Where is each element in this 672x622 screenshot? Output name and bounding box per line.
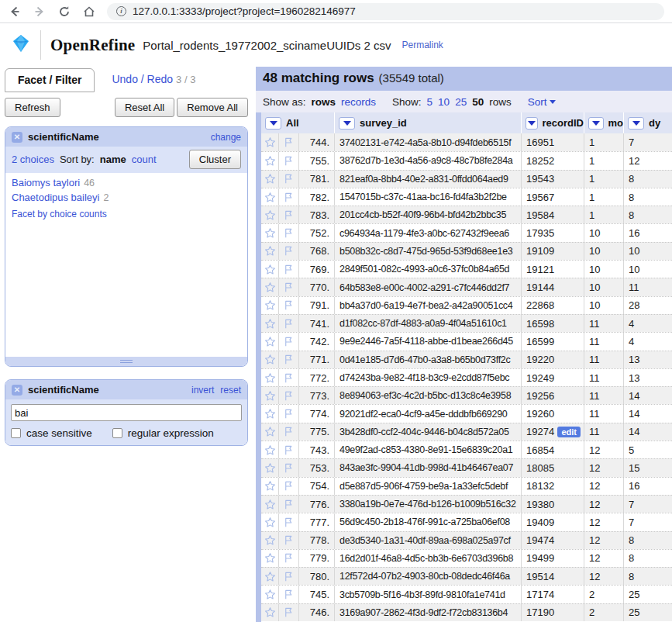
cell-dy[interactable]: 4 xyxy=(624,333,672,350)
facet-by-choice-counts-link[interactable]: Facet by choice counts xyxy=(12,209,107,219)
sort-name-option[interactable]: name xyxy=(100,154,126,165)
cell-survey-id[interactable]: de3d5340-1a31-40df-89aa-698a025a97cf xyxy=(335,532,522,549)
cell-survey-id[interactable]: 38762d7b-1e3d-4a56-a9c8-48c7b8fe284a xyxy=(335,152,522,169)
close-icon[interactable]: ✕ xyxy=(12,385,22,396)
cell-survey-id[interactable]: 1547015b-c37c-41aa-bc16-fd4fa3b2f2be xyxy=(335,188,522,206)
choice-link[interactable]: Chaetodipus baileyi xyxy=(12,192,99,203)
cell-recordid[interactable]: 19260 xyxy=(522,405,584,422)
cell-mo[interactable]: 12 xyxy=(584,550,624,567)
star-icon[interactable] xyxy=(261,152,279,169)
cell-mo[interactable]: 11 xyxy=(584,351,624,368)
cell-dy[interactable]: 28 xyxy=(624,297,672,314)
flag-icon[interactable] xyxy=(279,423,299,441)
cell-survey-id[interactable]: 3cb5709b-5f16-4b3f-89fd-9810fa1e741d xyxy=(335,586,522,603)
star-icon[interactable] xyxy=(261,387,279,404)
flag-icon[interactable] xyxy=(279,297,299,314)
cell-recordid[interactable]: 19121 xyxy=(522,261,584,278)
cell-mo[interactable]: 10 xyxy=(584,297,624,314)
cell-mo[interactable]: 10 xyxy=(584,243,624,260)
back-icon[interactable] xyxy=(8,5,22,19)
choices-count-link[interactable]: 2 choices xyxy=(12,154,54,165)
column-menu-icon[interactable] xyxy=(265,117,281,130)
cell-recordid[interactable]: 16951 xyxy=(522,133,584,151)
flag-icon[interactable] xyxy=(279,206,299,223)
star-icon[interactable] xyxy=(261,441,279,458)
star-icon[interactable] xyxy=(261,405,279,422)
flag-icon[interactable] xyxy=(279,333,299,350)
cell-dy[interactable]: 10 xyxy=(624,243,672,260)
star-icon[interactable] xyxy=(261,496,279,513)
cell-recordid[interactable]: 17174 xyxy=(522,586,584,603)
cell-mo[interactable]: 10 xyxy=(584,278,624,295)
cell-mo[interactable]: 10 xyxy=(584,261,624,278)
cell-survey-id[interactable]: 12f572d4-07b2-4903-80cb-08dedc46f46a xyxy=(335,568,522,585)
cell-mo[interactable]: 11 xyxy=(584,387,624,404)
cell-survey-id[interactable]: 9e9e2446-7a5f-4118-abbe-d1beae266d45 xyxy=(335,333,522,350)
refresh-button[interactable]: Refresh xyxy=(5,98,60,117)
page-size-50[interactable]: 50 xyxy=(472,96,484,108)
star-icon[interactable] xyxy=(261,586,279,603)
star-icon[interactable] xyxy=(261,550,279,567)
cell-recordid[interactable]: 19514 xyxy=(522,568,584,585)
page-size-5[interactable]: 5 xyxy=(427,96,433,108)
case-sensitive-checkbox[interactable] xyxy=(11,428,21,438)
show-as-records[interactable]: records xyxy=(341,96,376,108)
cell-recordid[interactable]: 19474 xyxy=(522,532,584,549)
cell-dy[interactable]: 8 xyxy=(624,188,672,206)
cell-survey-id[interactable]: 843ae3fc-9904-41db-998d-41b46467ea07 xyxy=(335,459,522,476)
cell-dy[interactable]: 8 xyxy=(624,550,672,567)
cell-mo[interactable]: 2 xyxy=(584,586,624,603)
star-icon[interactable] xyxy=(261,224,279,241)
permalink-link[interactable]: Permalink xyxy=(402,40,443,50)
cell-recordid[interactable]: 18132 xyxy=(522,478,584,495)
flag-icon[interactable] xyxy=(279,586,299,603)
flag-icon[interactable] xyxy=(279,478,299,495)
cell-mo[interactable]: 11 xyxy=(584,333,624,350)
cell-mo[interactable]: 10 xyxy=(584,224,624,241)
flag-icon[interactable] xyxy=(279,405,299,422)
cell-mo[interactable]: 1 xyxy=(584,133,624,151)
cell-recordid[interactable]: 19144 xyxy=(522,278,584,295)
flag-icon[interactable] xyxy=(279,188,299,206)
cell-dy[interactable]: 14 xyxy=(624,405,672,422)
cell-recordid[interactable]: 19409 xyxy=(522,513,584,530)
cell-dy[interactable]: 25 xyxy=(624,604,672,621)
cell-recordid[interactable]: 16854 xyxy=(522,441,584,458)
star-icon[interactable] xyxy=(261,188,279,206)
cell-survey-id[interactable]: 3b428df0-ccf2-404c-9446-b04c8d572a05 xyxy=(335,423,522,441)
facet-resize-handle[interactable] xyxy=(5,357,247,366)
flag-icon[interactable] xyxy=(279,604,299,621)
cell-survey-id[interactable]: 92021df2-eca0-4cf9-a45e-dddbfb669290 xyxy=(335,405,522,422)
cell-survey-id[interactable]: 821eaf0a-8bb4-40e2-a831-0ffdd064aed9 xyxy=(335,171,522,188)
forward-icon[interactable] xyxy=(33,5,47,19)
star-icon[interactable] xyxy=(261,459,279,476)
cell-recordid[interactable]: 19249 xyxy=(522,369,584,386)
column-menu-icon[interactable] xyxy=(628,117,644,130)
star-icon[interactable] xyxy=(261,261,279,278)
sort-count-option[interactable]: count xyxy=(132,154,157,165)
cell-dy[interactable]: 25 xyxy=(624,586,672,603)
flag-icon[interactable] xyxy=(279,568,299,585)
tab-undo-redo[interactable]: Undo / Redo3 / 3 xyxy=(112,73,195,92)
star-icon[interactable] xyxy=(261,315,279,332)
tab-facet-filter[interactable]: Facet / Filter xyxy=(5,68,95,92)
cell-dy[interactable]: 7 xyxy=(624,133,672,151)
address-bar[interactable]: i 127.0.0.1:3333/project?project=1960282… xyxy=(107,3,664,20)
cell-recordid[interactable]: 19543 xyxy=(522,171,584,188)
cell-dy[interactable]: 10 xyxy=(624,261,672,278)
cell-mo[interactable]: 1 xyxy=(584,206,624,223)
regex-checkbox[interactable] xyxy=(112,428,122,438)
cell-dy[interactable]: 16 xyxy=(624,224,672,241)
cell-recordid[interactable]: 16599 xyxy=(522,333,584,350)
column-menu-icon[interactable] xyxy=(526,117,538,130)
remove-all-button[interactable]: Remove All xyxy=(177,98,248,117)
reset-all-button[interactable]: Reset All xyxy=(115,98,174,117)
case-sensitive-option[interactable]: case sensitive xyxy=(11,427,92,439)
cell-survey-id[interactable]: 64b583e8-e00c-4002-a291-c7fc446dd2f7 xyxy=(335,278,522,295)
star-icon[interactable] xyxy=(261,604,279,621)
cell-survey-id[interactable]: 49e9f2ad-c853-4380-8e91-15e6839c20a1 xyxy=(335,441,522,458)
cell-dy[interactable]: 16 xyxy=(624,478,672,495)
flag-icon[interactable] xyxy=(279,278,299,295)
cell-mo[interactable]: 11 xyxy=(584,423,624,441)
cell-mo[interactable]: 12 xyxy=(584,532,624,549)
